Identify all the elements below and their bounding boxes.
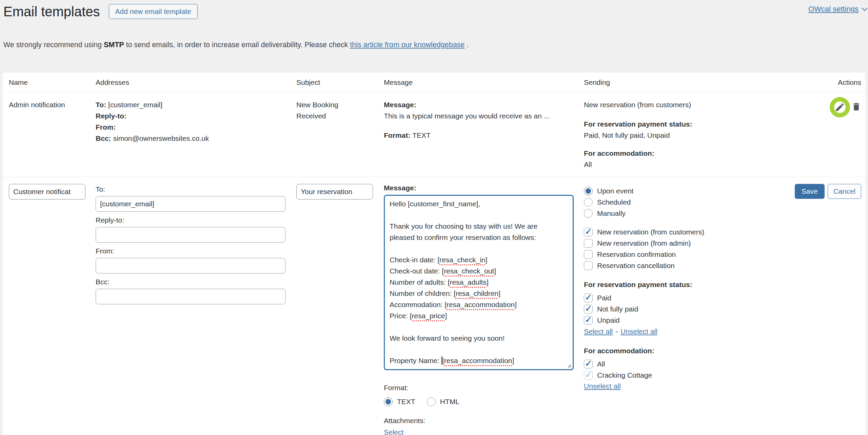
- reply-to-input[interactable]: [96, 227, 285, 243]
- option-label: Manually: [597, 209, 626, 218]
- address-line: To:[customer_email]: [96, 99, 296, 110]
- smtp-notice: We strongly recommend using SMTP to send…: [3, 41, 868, 49]
- option-label: Reservation confirmation: [597, 250, 676, 259]
- cell-edit-message: Message: Hello [customer_first_name], Th…: [384, 184, 584, 435]
- event-checkbox-option[interactable]: New reservation (from customers): [584, 226, 793, 238]
- option-label: All: [597, 360, 605, 368]
- owcal-settings-link[interactable]: OWcal settings: [808, 5, 867, 14]
- cell-edit-name: [9, 184, 96, 435]
- payment-status-label: For reservation payment status:: [584, 281, 793, 289]
- option-label: New reservation (from admin): [597, 239, 691, 247]
- edit-template-button[interactable]: [832, 100, 847, 115]
- link-separator: -: [615, 327, 618, 336]
- shortcode-token: resa_accommodation: [447, 301, 515, 308]
- message-label: Message:: [384, 99, 584, 110]
- resize-handle[interactable]: [566, 362, 571, 368]
- message-textarea[interactable]: Hello [customer_first_name], Thank you f…: [384, 195, 574, 370]
- message-line: Number of adults: [resa_adults]: [390, 277, 568, 288]
- subject-input[interactable]: [296, 184, 373, 200]
- message-line: pleased to confirm your reservation as f…: [390, 232, 568, 243]
- option-label: Cracking Cottage: [597, 371, 652, 379]
- message-line: [390, 344, 568, 355]
- schedule-radio-option[interactable]: Manually: [584, 208, 793, 219]
- attachments-select-link[interactable]: Select: [384, 428, 403, 435]
- settings-link-label: OWcal settings: [808, 5, 859, 13]
- option-label: Reservation cancellation: [597, 262, 675, 270]
- address-line: Bcc:simon@ownerswebsites.co.uk: [96, 133, 296, 144]
- format-radio-option[interactable]: HTML: [427, 396, 459, 407]
- save-button[interactable]: Save: [795, 184, 825, 199]
- message-line: Number of children: [resa_children]: [390, 288, 568, 299]
- option-label: Not fully paid: [597, 305, 638, 313]
- message-line: Price: [resa_price]: [390, 310, 568, 321]
- address-label: Reply-to:: [96, 112, 126, 120]
- message-preview: This is a typical message you would rece…: [384, 110, 584, 121]
- message-label: Message:: [384, 184, 584, 192]
- knowledgebase-link[interactable]: this article from our knowledgebase: [350, 41, 465, 49]
- email-templates-table: Name Addresses Subject Message Sending A…: [3, 72, 865, 435]
- format-label: Format:: [384, 131, 410, 139]
- format-radio-option[interactable]: TEXT: [384, 396, 415, 407]
- template-name-input[interactable]: [9, 184, 85, 200]
- from-input[interactable]: [96, 258, 285, 273]
- option-label: Paid: [597, 294, 611, 302]
- payment-checkbox-option[interactable]: Unpaid: [584, 315, 793, 326]
- shortcode-token: resa_accommodation: [444, 357, 512, 364]
- accommodation-checkbox-option[interactable]: All: [584, 358, 793, 370]
- option-label: Upon event: [597, 187, 633, 195]
- notice-text: We strongly recommend using: [3, 41, 104, 49]
- column-header: Message: [384, 78, 584, 87]
- option-label: HTML: [440, 398, 459, 406]
- accommodation-unselect-all-link[interactable]: Unselect all: [584, 382, 621, 390]
- page-title: Email templates: [3, 3, 100, 20]
- shortcode-token: resa_check_out: [444, 267, 494, 275]
- address-line: Reply-to:: [96, 110, 296, 121]
- radio-icon: [584, 198, 593, 207]
- bcc-label: Bcc:: [96, 278, 296, 286]
- format-label: Format:: [384, 384, 584, 392]
- schedule-radio-option[interactable]: Scheduled: [584, 196, 793, 208]
- event-checkbox-option[interactable]: Reservation confirmation: [584, 249, 793, 260]
- cell-sending: New reservation (from customers) For res…: [584, 99, 793, 170]
- cell-edit-subject: [296, 184, 384, 435]
- option-label: New reservation (from customers): [597, 228, 704, 236]
- radio-icon: [427, 397, 436, 406]
- format-section: Format: TEXT HTML: [384, 384, 584, 407]
- event-checkbox-option[interactable]: New reservation (from admin): [584, 238, 793, 249]
- unselect-all-link[interactable]: Unselect all: [620, 327, 657, 336]
- shortcode-token: resa_children: [456, 289, 498, 297]
- address-line: From:: [96, 121, 296, 133]
- accommodation-value: All: [584, 159, 793, 170]
- cell-edit-sending: Upon event Scheduled Manually New reserv…: [584, 184, 793, 435]
- message-line: We look forward to seeing you soon!: [390, 333, 568, 344]
- add-email-template-button[interactable]: Add new email template: [109, 4, 198, 19]
- message-line: [390, 243, 568, 254]
- notice-text: to send emails, in order to increase ema…: [124, 41, 350, 49]
- payment-checkbox-option[interactable]: Paid: [584, 292, 793, 303]
- checkbox-icon: [584, 371, 593, 380]
- accommodation-checkbox-option[interactable]: Cracking Cottage: [584, 370, 793, 381]
- message-line: [390, 321, 568, 333]
- accommodation-label: For accommodation:: [584, 347, 793, 355]
- attachments-section: Attachments: Select: [384, 417, 584, 435]
- column-header: Addresses: [96, 78, 296, 87]
- column-header: Actions: [793, 78, 861, 87]
- table-row-admin-notification: Admin notification To:[customer_email] R…: [3, 93, 865, 177]
- payment-checkbox-option[interactable]: Not fully paid: [584, 303, 793, 315]
- to-input[interactable]: [96, 196, 285, 212]
- trash-icon[interactable]: [851, 102, 861, 112]
- schedule-radio-group: Upon event Scheduled Manually: [584, 185, 793, 219]
- table-row-edit-customer-notification: To: Reply-to: From: Bcc: Message: Hello …: [3, 177, 865, 435]
- cell-edit-actions: Save Cancel: [793, 184, 861, 435]
- option-label: Unpaid: [597, 316, 620, 324]
- event-checkbox-option[interactable]: Reservation cancellation: [584, 260, 793, 271]
- schedule-radio-option[interactable]: Upon event: [584, 185, 793, 196]
- bcc-input[interactable]: [96, 289, 285, 304]
- template-name: Admin notification: [9, 99, 96, 110]
- pencil-icon: [835, 102, 845, 112]
- accommodation-checkbox-group: All Cracking Cottage: [584, 358, 793, 381]
- cell-subject: New Booking Received: [296, 99, 384, 170]
- select-all-link[interactable]: Select all: [584, 327, 613, 336]
- cancel-button[interactable]: Cancel: [828, 184, 861, 199]
- payment-status-label: For reservation payment status:: [584, 118, 793, 130]
